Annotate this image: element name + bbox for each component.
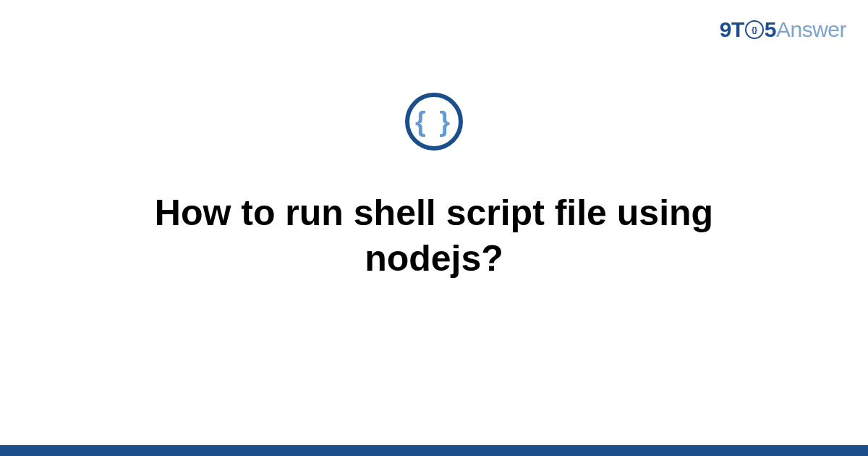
- footer-accent-bar: [0, 445, 868, 456]
- logo-text-5: 5: [765, 17, 776, 42]
- logo-clock-icon: {}: [745, 20, 764, 39]
- question-title: How to run shell script file using nodej…: [72, 190, 796, 281]
- topic-icon-circle: { }: [405, 93, 463, 151]
- logo-text-9t: 9T: [720, 17, 744, 42]
- logo-text-answer: Answer: [776, 17, 846, 42]
- code-braces-icon: { }: [415, 108, 453, 135]
- brand-logo: 9T {} 5 Answer: [720, 17, 846, 42]
- logo-clock-glyph: {}: [752, 26, 757, 34]
- main-content: { } How to run shell script file using n…: [0, 93, 868, 281]
